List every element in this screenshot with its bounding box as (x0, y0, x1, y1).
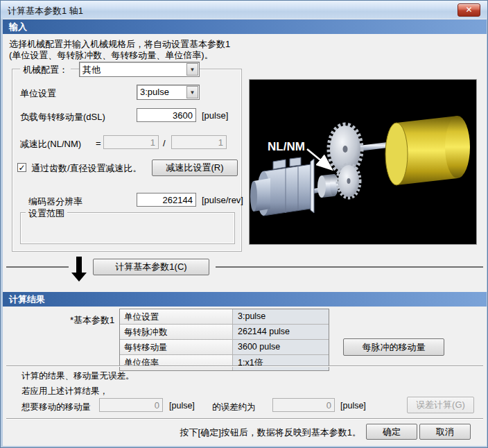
unit-setting-select[interactable]: 3:pulse ▼ (137, 85, 200, 100)
gear-ratio-checkbox[interactable]: ✓ (17, 163, 26, 172)
machine-config-select[interactable]: 其他 ▼ (79, 62, 200, 77)
calculate-basic-param-button[interactable]: 计算基本参数1(C) (93, 259, 209, 275)
window-title: 计算基本参数1 轴1 (8, 5, 83, 17)
reduction-ratio-settings-button[interactable]: 减速比设置(R) (152, 160, 238, 176)
encoder-resolution-label: 编码器分辨率 (28, 196, 82, 208)
footer-note: 按下[确定]按钮后，数据将反映到基本参数1。 (174, 427, 361, 439)
row-name: 单位设置 (120, 309, 233, 324)
gear-ratio-checkbox-label: 通过齿数/直径设置减速比。 (31, 162, 142, 175)
error-value-input (272, 398, 335, 412)
row-name: 单位倍率 (120, 355, 233, 370)
input-section-header: 输入 (3, 19, 487, 34)
travel-per-pulse-button[interactable]: 每脉冲的移动量 (343, 338, 444, 356)
separator (6, 418, 483, 420)
chevron-down-icon[interactable]: ▼ (186, 86, 198, 98)
error-value-unit: [pulse] (340, 401, 366, 411)
row-value: 262144 pulse (233, 325, 329, 339)
ok-button[interactable]: 确定 (366, 424, 417, 440)
machine-illustration: NL/NM (249, 79, 477, 245)
table-row: 每转脉冲数 262144 pulse (120, 325, 329, 340)
travel-per-rev-label: 负载每转移动量(dSL) (20, 111, 105, 123)
reduction-ratio-numerator-input (103, 135, 159, 149)
result-table: 单位设置 3:pulse 每转脉冲数 262144 pulse 每转移动量 36… (119, 309, 329, 371)
error-calc-button: 误差计算(G) (407, 397, 474, 413)
encoder-resolution-input[interactable] (137, 193, 196, 207)
down-arrow-icon (76, 257, 82, 273)
description-line2: (单位设置、每转脉冲数、每转移动量、单位倍率)。 (9, 49, 214, 62)
divider-right (216, 266, 483, 268)
reduction-ratio-denominator-input (171, 135, 227, 149)
checkmark-icon: ✓ (18, 163, 25, 173)
reduction-ratio-label: 减速比(NL/NM) (20, 138, 81, 150)
close-icon[interactable]: ✕ (458, 3, 480, 17)
chevron-down-icon[interactable]: ▼ (186, 63, 198, 76)
no-error-text: 计算的结果、移动量无误差。 (21, 370, 134, 382)
row-value: 3:pulse (233, 309, 329, 324)
unit-setting-value: 3:pulse (140, 87, 169, 97)
basic-param-label: *基本参数1 (70, 314, 114, 327)
reduction-ratio-equals: = (96, 138, 101, 148)
apply-result-text: 若应用上述计算结果， (21, 386, 108, 397)
dialog-window: 计算基本参数1 轴1 ✕ 输入 选择机械配置并输入机械规格后，将自动设置基本参数… (0, 0, 488, 448)
table-row: 单位倍率 1:x1倍 (120, 355, 329, 370)
table-row: 每转移动量 3600 pulse (120, 340, 329, 355)
row-name: 每转移动量 (120, 340, 233, 354)
title-bar[interactable]: 计算基本参数1 轴1 ✕ (1, 1, 488, 19)
unit-setting-label: 单位设置 (20, 87, 56, 100)
cancel-button[interactable]: 取消 (419, 424, 471, 440)
travel-per-rev-input[interactable] (137, 108, 196, 122)
encoder-resolution-unit: [pulse/rev] (202, 195, 243, 205)
travel-amount-input (99, 398, 163, 412)
machine-config-value: 其他 (82, 64, 101, 76)
machine-config-label: 机械配置： (20, 64, 71, 76)
travel-amount-label: 想要移动的移动量 (21, 402, 91, 413)
row-value: 1:x1倍 (233, 355, 329, 370)
separator (6, 365, 483, 367)
result-section-header: 计算结果 (3, 292, 487, 307)
motor-gear-image: NL/NM (250, 80, 476, 244)
setting-range-label: 设置范围 (26, 207, 67, 220)
nl-nm-label: NL/NM (268, 140, 305, 153)
travel-per-rev-unit: [pulse] (202, 110, 228, 121)
error-about-label: 的误差约为 (212, 402, 256, 413)
divider-left (6, 266, 69, 268)
table-row: 单位设置 3:pulse (120, 309, 329, 325)
row-value: 3600 pulse (233, 340, 329, 354)
row-name: 每转脉冲数 (120, 325, 233, 339)
travel-amount-unit: [pulse] (169, 401, 195, 411)
down-arrow-head (71, 273, 87, 282)
reduction-ratio-slash: / (163, 138, 166, 148)
